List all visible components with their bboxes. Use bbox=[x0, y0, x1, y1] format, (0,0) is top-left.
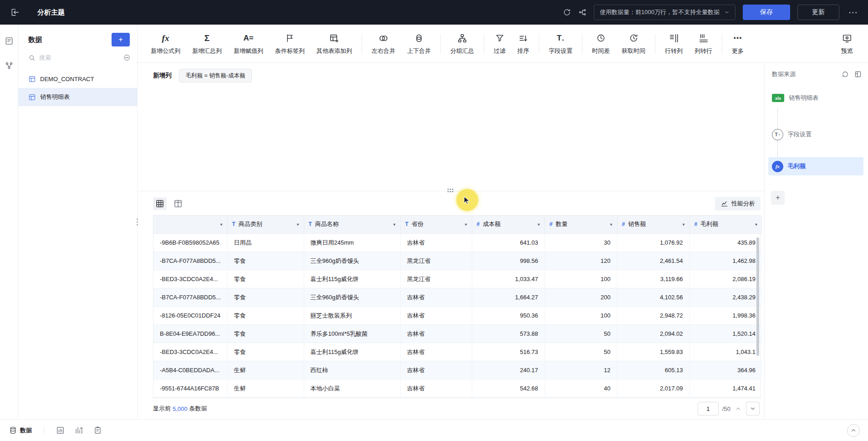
table-row[interactable]: -A5B4-C0BEDDADA... 生鲜 西红柿 吉林省 240.17 12 … bbox=[153, 361, 762, 379]
table-row[interactable]: -B7CA-F077A8BDD5... 零食 三全960g奶香馒头 吉林省 1,… bbox=[153, 288, 762, 307]
filter-button[interactable]: 过滤 bbox=[488, 25, 511, 62]
grid-view-icon[interactable] bbox=[153, 197, 167, 210]
add-table-button[interactable]: + bbox=[112, 33, 130, 46]
layout-board-icon[interactable] bbox=[854, 71, 862, 78]
cell-quantity: 120 bbox=[545, 252, 617, 270]
datasource-node-table[interactable]: xls 销售明细表 bbox=[765, 89, 868, 107]
union-top-bottom-button[interactable]: 上下合并 bbox=[401, 25, 437, 62]
collapse-panel-icon[interactable] bbox=[847, 424, 860, 437]
add-column-from-table-button[interactable]: 其他表添加列 bbox=[311, 25, 358, 62]
add-step-button[interactable]: + bbox=[771, 191, 785, 205]
clock-icon bbox=[596, 32, 606, 44]
column-header-profit[interactable]: # 毛利额 ▾ bbox=[689, 215, 762, 234]
table-row[interactable]: B-8E04-E9EA7DD96... 零食 养乐多100ml*5乳酸菌 吉林省… bbox=[153, 325, 762, 343]
table-vertical-scrollbar[interactable] bbox=[756, 237, 759, 356]
exit-icon[interactable] bbox=[8, 5, 22, 19]
performance-analysis-button[interactable]: 性能分析 bbox=[715, 197, 761, 210]
flag-icon bbox=[285, 32, 295, 44]
edit-panel-icon[interactable] bbox=[5, 36, 14, 46]
column-dropdown-icon[interactable]: ▾ bbox=[755, 222, 757, 227]
group-summary-button[interactable]: 分组汇总 bbox=[444, 25, 480, 62]
time-diff-button[interactable]: 时间差 bbox=[586, 25, 616, 62]
rows-to-columns-button[interactable]: 行转列 bbox=[659, 25, 689, 62]
sidebar-item-sales-detail[interactable]: 销售明细表 bbox=[18, 88, 137, 106]
bar-chart-icon[interactable] bbox=[56, 426, 65, 435]
column-header-cost[interactable]: # 成本额 ▾ bbox=[472, 215, 545, 234]
cell-product-name: 养乐多100ml*5乳酸菌 bbox=[304, 325, 400, 343]
cell-profit: 364.96 bbox=[689, 361, 762, 379]
update-button[interactable]: 更新 bbox=[797, 5, 839, 20]
column-dropdown-icon[interactable]: ▾ bbox=[393, 222, 395, 227]
columns-to-rows-button[interactable]: 列转行 bbox=[689, 25, 718, 62]
column-dropdown-icon[interactable]: ▾ bbox=[537, 222, 540, 227]
table-row[interactable]: -BED3-3CDC0A2E4... 零食 嘉士利115g威化饼 吉林省 516… bbox=[153, 343, 762, 361]
column-dropdown-icon[interactable]: ▾ bbox=[682, 222, 684, 227]
cell-province: 黑龙江省 bbox=[400, 270, 472, 288]
column-header-sales[interactable]: # 销售额 ▾ bbox=[617, 215, 689, 234]
page-number-input[interactable] bbox=[698, 402, 719, 415]
column-header-id[interactable]: ▾ bbox=[153, 215, 227, 234]
sidebar-item-demo-contract[interactable]: DEMO_CONTRACT bbox=[18, 70, 137, 88]
datasource-node-formula[interactable]: fx 毛利额 bbox=[768, 157, 863, 175]
cell-sales: 605.13 bbox=[617, 361, 689, 379]
column-dropdown-icon[interactable]: ▾ bbox=[296, 222, 299, 227]
splitter-handle[interactable] bbox=[448, 189, 454, 193]
table-row[interactable]: -9B6B-F0B598052A65 日用品 微爽日用245mm 吉林省 641… bbox=[153, 234, 762, 252]
condition-tag-column-button[interactable]: 条件标签列 bbox=[269, 25, 311, 62]
table-row[interactable]: -8126-05E0C01DDF24 零食 丽芝士散装系列 吉林省 950.36… bbox=[153, 307, 762, 325]
add-assign-column-button[interactable]: A= 新增赋值列 bbox=[228, 25, 269, 62]
cell-cost: 1,664.27 bbox=[472, 288, 545, 307]
cell-cost: 240.17 bbox=[472, 361, 545, 379]
page-down-icon[interactable] bbox=[746, 402, 760, 415]
bottom-tab-data[interactable]: 数据 bbox=[9, 426, 32, 435]
more-icon[interactable]: ⋯ bbox=[847, 7, 860, 18]
cell-cost: 516.73 bbox=[472, 343, 545, 361]
column-header-product-name[interactable]: T 商品名称 ▾ bbox=[304, 215, 400, 234]
clipboard-icon[interactable] bbox=[93, 426, 102, 435]
add-formula-column-button[interactable]: fx 新增公式列 bbox=[145, 25, 186, 62]
table-row[interactable]: -BED3-3CDC0A2E4... 零食 嘉士利115g威化饼 黑龙江省 1,… bbox=[153, 270, 762, 288]
table-row[interactable]: -9551-6744A16FC87B 生鲜 本地小白菜 吉林省 542.68 4… bbox=[153, 379, 762, 398]
search-options-icon[interactable] bbox=[123, 54, 131, 62]
toolbar-more-button[interactable]: ⋯ 更多 bbox=[726, 25, 750, 62]
column-dropdown-icon[interactable]: ▾ bbox=[465, 222, 467, 227]
cell-sales: 1,559.83 bbox=[617, 343, 689, 361]
preview-button[interactable]: 预览 bbox=[835, 25, 859, 62]
history-icon[interactable] bbox=[842, 71, 849, 78]
column-header-quantity[interactable]: # 数量 ▾ bbox=[545, 215, 617, 234]
cell-category: 零食 bbox=[227, 325, 304, 343]
save-button[interactable]: 保存 bbox=[743, 5, 790, 20]
refresh-icon[interactable] bbox=[563, 8, 571, 16]
datasource-panel: 数据来源 xls 销售明细表 bbox=[764, 63, 868, 419]
column-dropdown-icon[interactable]: ▾ bbox=[610, 222, 612, 227]
page-up-icon[interactable] bbox=[734, 405, 742, 412]
sort-button[interactable]: 排序 bbox=[511, 25, 535, 62]
search-box[interactable] bbox=[18, 50, 137, 65]
search-input[interactable] bbox=[39, 54, 119, 61]
column-view-icon[interactable] bbox=[171, 197, 185, 210]
table-sheet-icon bbox=[28, 75, 36, 83]
cell-id: -B7CA-F077A8BDD5... bbox=[153, 252, 227, 270]
join-left-right-button[interactable]: 左右合并 bbox=[366, 25, 401, 62]
relation-panel-icon[interactable] bbox=[5, 61, 14, 70]
get-time-button[interactable]: 获取时间 bbox=[616, 25, 651, 62]
field-settings-button[interactable]: T∘ 字段设置 bbox=[543, 25, 578, 62]
sidebar-resize-handle[interactable] bbox=[137, 219, 138, 226]
cell-product-name: 三全960g奶香馒头 bbox=[304, 288, 400, 307]
column-header-category[interactable]: T 商品类别 ▾ bbox=[227, 215, 304, 234]
column-dropdown-icon[interactable]: ▾ bbox=[220, 222, 222, 227]
cell-product-name: 嘉士利115g威化饼 bbox=[304, 343, 400, 361]
text-type-icon: T bbox=[309, 221, 312, 227]
cell-category: 零食 bbox=[227, 307, 304, 325]
datasource-node-field-settings[interactable]: T∘ 字段设置 bbox=[765, 126, 868, 143]
column-header-province[interactable]: T 省份 ▾ bbox=[400, 215, 472, 234]
cell-id: -9551-6744A16FC87B bbox=[153, 379, 227, 398]
flow-icon[interactable] bbox=[578, 8, 587, 16]
combo-chart-icon[interactable] bbox=[75, 426, 83, 435]
data-volume-dropdown[interactable]: 使用数据量：前1000万行，暂不支持全量数据 bbox=[594, 5, 735, 20]
add-summary-column-button[interactable]: Σ 新增汇总列 bbox=[186, 25, 228, 62]
cell-sales: 2,461.54 bbox=[617, 252, 689, 270]
table-row[interactable]: -B7CA-F077A8BDD5... 零食 三全960g奶香馒头 黑龙江省 9… bbox=[153, 252, 762, 270]
preview-icon bbox=[842, 32, 852, 44]
formula-step-chip[interactable]: 毛利额 = 销售额-成本额 bbox=[179, 69, 252, 82]
